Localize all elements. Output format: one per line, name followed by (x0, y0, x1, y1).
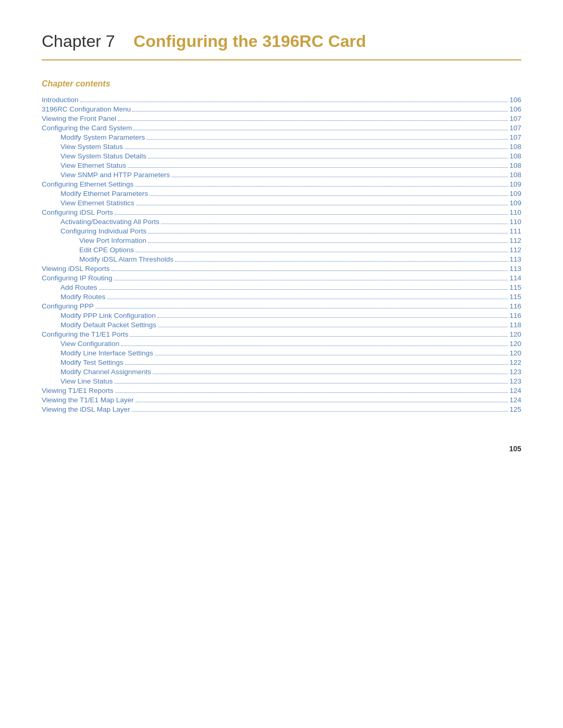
toc-item-page: 123 (509, 368, 521, 376)
toc-item-page: 107 (509, 124, 521, 132)
toc-item-dots (161, 224, 508, 224)
toc-item-page: 122 (509, 359, 521, 366)
toc-item: Viewing the T1/E1 Map Layer124 (42, 396, 521, 404)
toc-item-text: Viewing the T1/E1 Map Layer (42, 396, 134, 404)
toc-item-text: Activating/Deactivating All Ports (60, 218, 160, 226)
toc-item-page: 124 (509, 387, 521, 394)
toc-item-page: 107 (509, 115, 521, 122)
toc-item: View SNMP and HTTP Parameters108 (42, 171, 521, 179)
toc-item-text: Modify Line Interface Settings (60, 349, 153, 357)
toc-item-page: 109 (509, 180, 521, 188)
toc-item-dots (118, 120, 508, 121)
toc-item-page: 106 (509, 96, 521, 104)
toc-item-dots (80, 102, 508, 102)
toc-item-dots (148, 158, 508, 158)
chapter-title: Chapter 7 Configuring the 3196RC Card (42, 31, 521, 51)
toc-item-page: 118 (509, 321, 521, 329)
toc-item: Configuring the Card System107 (42, 124, 521, 132)
toc-item: Configuring PPP116 (42, 302, 521, 310)
toc-item-text: View Ethernet Status (60, 162, 126, 169)
toc-item: Configuring the T1/E1 Ports120 (42, 330, 521, 338)
toc-item-dots (136, 402, 508, 402)
toc-item-page: 120 (509, 330, 521, 338)
toc-item: Modify Test Settings122 (42, 359, 521, 366)
toc-item-text: Viewing iDSL Reports (42, 265, 110, 273)
toc-item-dots (148, 242, 508, 243)
toc-item-page: 108 (509, 143, 521, 151)
toc-item-page: 113 (509, 265, 521, 273)
toc-item-page: 116 (509, 312, 521, 319)
toc-item-page: 115 (509, 283, 521, 291)
toc-item: Viewing the iDSL Map Layer125 (42, 405, 521, 413)
toc-item-dots (133, 130, 508, 130)
toc-item-page: 113 (509, 255, 521, 263)
toc-item-text: Edit CPE Options (79, 246, 134, 254)
toc-item: Configuring IP Routing114 (42, 274, 521, 282)
toc-item-text: View Line Status (60, 377, 113, 385)
toc-item-text: Introduction (42, 96, 79, 104)
toc-item-dots (115, 392, 508, 393)
toc-item-dots (148, 233, 508, 233)
toc-item: View Port Information112 (42, 237, 521, 244)
table-of-contents: Introduction1063196RC Configuration Menu… (42, 96, 521, 413)
chapter-word: Chapter 7 (42, 32, 115, 51)
toc-item: Modify System Parameters107 (42, 133, 521, 141)
toc-item-page: 120 (509, 349, 521, 357)
toc-item-text: Configuring the T1/E1 Ports (42, 330, 128, 338)
toc-item-text: Configuring Ethernet Settings (42, 180, 133, 188)
toc-item-page: 108 (509, 171, 521, 179)
toc-item-page: 112 (509, 237, 521, 244)
toc-item: Configuring iDSL Ports110 (42, 208, 521, 216)
toc-item-text: Modify PPP Link Configuration (60, 312, 156, 319)
toc-item-text: Modify Test Settings (60, 359, 124, 366)
toc-item-page: 115 (509, 293, 521, 301)
toc-item-dots (175, 261, 508, 262)
toc-item-text: View Ethernet Statistics (60, 199, 134, 207)
toc-item-page: 107 (509, 133, 521, 141)
toc-item-dots (132, 411, 508, 412)
toc-item-text: 3196RC Configuration Menu (42, 105, 131, 113)
toc-item: Modify iDSL Alarm Thresholds113 (42, 255, 521, 263)
toc-item-page: 114 (509, 274, 521, 282)
toc-item-text: View SNMP and HTTP Parameters (60, 171, 170, 179)
toc-item-text: Modify System Parameters (60, 133, 145, 141)
toc-item-dots (158, 327, 508, 327)
toc-item-dots (155, 355, 508, 355)
toc-item: View Configuration120 (42, 340, 521, 348)
page-number: 105 (42, 445, 521, 453)
toc-item-text: Configuring PPP (42, 302, 94, 310)
toc-item: Activating/Deactivating All Ports110 (42, 218, 521, 226)
toc-item: View System Status108 (42, 143, 521, 151)
toc-item-page: 110 (509, 218, 521, 226)
toc-item-page: 120 (509, 340, 521, 348)
toc-item-text: Viewing T1/E1 Reports (42, 387, 114, 394)
toc-item-text: Modify Channel Assignments (60, 368, 151, 376)
toc-item-dots (130, 336, 508, 337)
toc-item: Edit CPE Options112 (42, 246, 521, 254)
toc-item-page: 111 (509, 227, 521, 235)
toc-item: Introduction106 (42, 96, 521, 104)
toc-item-text: Modify Default Packet Settings (60, 321, 156, 329)
toc-item-text: Configuring iDSL Ports (42, 208, 113, 216)
toc-item-dots (172, 177, 508, 177)
toc-item: View System Status Details108 (42, 152, 521, 160)
toc-item: Viewing iDSL Reports113 (42, 265, 521, 273)
toc-item-text: Modify Routes (60, 293, 105, 301)
toc-item-dots (95, 308, 508, 309)
toc-item-page: 123 (509, 377, 521, 385)
toc-item-text: Add Routes (60, 283, 97, 291)
toc-item-text: Modify iDSL Alarm Thresholds (79, 255, 174, 263)
chapter-title-text: Configuring the 3196RC Card (133, 32, 366, 51)
toc-item-dots (132, 111, 508, 112)
toc-item-dots (153, 374, 508, 374)
toc-item-dots (112, 270, 508, 271)
toc-item-page: 106 (509, 105, 521, 113)
toc-item: Modify Ethernet Parameters109 (42, 190, 521, 198)
toc-item: Add Routes115 (42, 283, 521, 291)
toc-item-text: Configuring IP Routing (42, 274, 113, 282)
toc-item-page: 110 (509, 208, 521, 216)
toc-item-dots (99, 289, 508, 290)
toc-item: Viewing T1/E1 Reports124 (42, 387, 521, 394)
toc-item-dots (125, 149, 508, 149)
toc-item: Modify Routes115 (42, 293, 521, 301)
